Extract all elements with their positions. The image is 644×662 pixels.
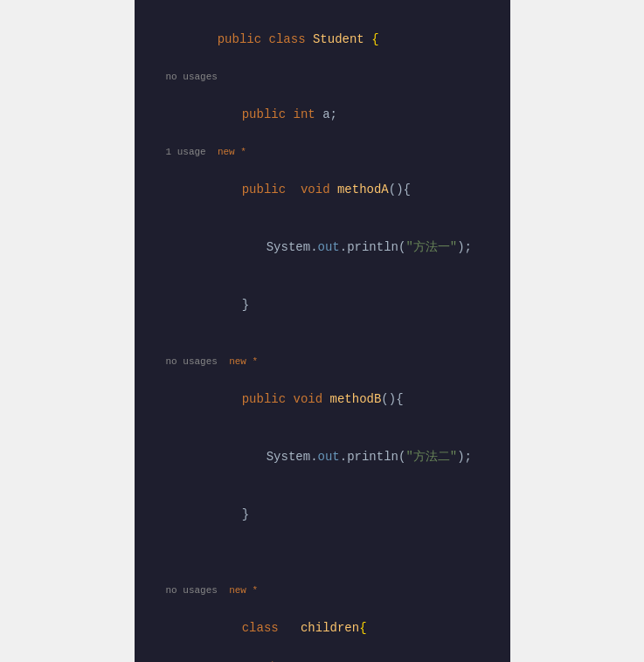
method-methodA: methodA	[337, 183, 389, 197]
var-a: a;	[322, 107, 337, 121]
semicolon-2: );	[457, 450, 472, 464]
string-method1: "方法一"	[405, 240, 457, 254]
println-call-2: .println(	[340, 450, 406, 464]
method-paren: (){	[389, 183, 411, 197]
hint-no-usages-children: no usages new *	[135, 582, 510, 599]
hint-new-study: new *	[246, 658, 275, 662]
system-ref: System.	[267, 240, 318, 254]
hint-text-no-usages-study: no usages	[184, 658, 247, 662]
semicolon: );	[457, 240, 472, 254]
code-content: System.out.println("方法一");	[159, 218, 496, 276]
keyword-void: void	[294, 392, 330, 406]
code-line-close-methodA: }	[135, 276, 510, 334]
hint-no-usages-methodB: no usages new *	[135, 353, 510, 370]
class-name-student: Student	[313, 32, 371, 46]
keyword-public: public	[242, 107, 294, 121]
code-line-1: public class Student {	[135, 10, 510, 68]
code-line-close-methodB: }	[135, 486, 510, 543]
brace-close-2: }	[242, 507, 249, 521]
out-ref-2: out	[318, 450, 340, 464]
hint-new-children: new *	[229, 583, 258, 598]
hint-text: no usages	[166, 69, 218, 85]
code-content: System.out.println("方法二");	[159, 428, 496, 486]
system-ref-2: System.	[267, 450, 318, 464]
blank-line-2	[135, 543, 510, 562]
string-method2: "方法二"	[405, 450, 457, 464]
keyword-public: public	[218, 32, 269, 46]
method-paren: (){	[381, 392, 403, 406]
method-methodB: methodB	[330, 392, 382, 406]
brace-close: }	[242, 298, 249, 312]
hint-text-no-usages: no usages	[166, 354, 230, 369]
code-content: public void methodB(){	[159, 370, 496, 428]
code-line-println-2: System.out.println("方法二");	[135, 428, 510, 486]
println-call: .println(	[340, 240, 406, 254]
code-content: public void methodA(){	[159, 161, 496, 218]
blank-line-1	[135, 334, 510, 353]
keyword-public: public	[242, 183, 294, 197]
hint-new: new *	[218, 144, 246, 160]
keyword-class: class	[269, 32, 313, 46]
code-editor: public class Student { no usages public …	[135, 0, 510, 662]
brace-children: {	[359, 621, 366, 635]
keyword-class-children: class	[242, 621, 286, 635]
hint-no-usages-study: no usages new *	[135, 657, 510, 662]
out-ref: out	[318, 240, 340, 254]
code-content: public int a;	[159, 86, 496, 143]
code-content: }	[159, 276, 496, 334]
code-line-methodB: public void methodB(){	[135, 370, 510, 428]
code-line-int-a: public int a;	[135, 86, 510, 143]
code-content: public class Student {	[159, 10, 496, 68]
hint-new-methodB: new *	[229, 354, 258, 369]
class-name-children: children	[286, 621, 359, 635]
code-content: class children{	[159, 599, 496, 657]
keyword-void: void	[294, 183, 337, 197]
hint-no-usages-1: no usages	[135, 68, 510, 86]
page-wrapper: public class Student { no usages public …	[0, 0, 644, 662]
blank-line-3	[135, 562, 510, 582]
hint-text-usage: 1 usage	[166, 144, 218, 160]
keyword-int: int	[294, 107, 323, 121]
keyword-public: public	[242, 392, 294, 406]
code-content: }	[159, 486, 496, 543]
hint-text-no-usages-children: no usages	[166, 583, 230, 598]
code-line-methodA: public void methodA(){	[135, 161, 510, 218]
hint-1-usage: 1 usage new *	[135, 143, 510, 161]
brace-open: {	[371, 32, 378, 46]
code-line-println-1: System.out.println("方法一");	[135, 218, 510, 276]
code-line-children: class children{	[135, 599, 510, 657]
